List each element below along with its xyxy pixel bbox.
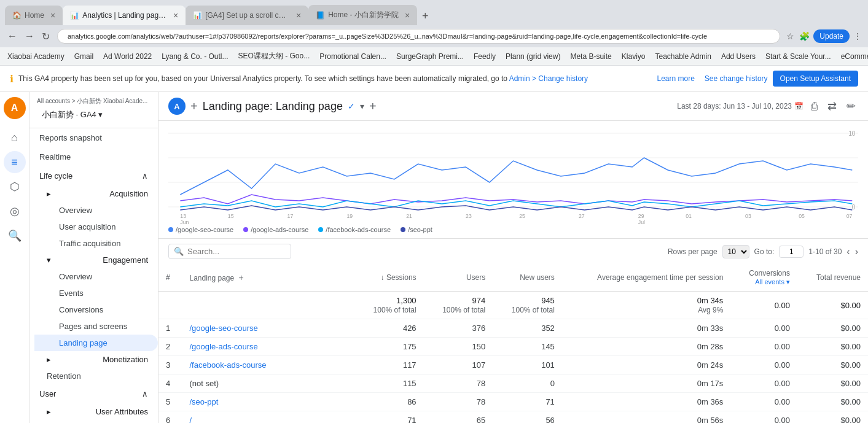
learn-more-link[interactable]: Learn more [657,74,694,83]
address-input[interactable] [57,29,780,44]
account-selector[interactable]: 小白新势 · GA4 ▾ [37,107,151,123]
sidebar-lifecycle-header[interactable]: Life cycle ∧ [29,166,158,185]
see-change-history-link[interactable]: See change history [705,74,768,83]
page-link-5[interactable]: /seo-ppt [189,397,218,406]
svg-text:03: 03 [745,213,751,219]
reload-button[interactable]: ↻ [39,29,52,44]
sidebar-conversions[interactable]: Conversions [34,301,158,318]
page-text-4: (not set) [189,379,219,388]
legend-google-seo: /google-seo-course [168,226,233,233]
add-column-button[interactable]: + [237,273,246,282]
bookmark-surgegraph[interactable]: SurgeGraph Premi... [394,51,466,62]
nav-icon-explore[interactable]: ⬡ [4,176,26,198]
bookmark-teachable[interactable]: Teachable Admin [652,51,713,62]
page-link-3[interactable]: /facebook-ads-course [189,360,266,370]
forward-button[interactable]: → [22,29,37,44]
row-users-1: 376 [424,319,493,338]
bookmark-start-scale[interactable]: Start & Scale Your... [763,51,834,62]
bookmark-add-users[interactable]: Add Users [719,51,758,62]
bookmark-xiaobai-academy[interactable]: Xiaobai Academy [5,51,67,62]
tab-analytics[interactable]: 📊 Analytics | Landing page: Landi... × [63,6,186,25]
sidebar-traffic-acquisition[interactable]: Traffic acquisition [34,235,158,252]
bookmark-feedly[interactable]: Feedly [471,51,498,62]
tab-ga4[interactable]: 📊 [GA4] Set up a scroll convers... × [186,6,308,25]
nav-icon-reports[interactable]: ≡ [4,151,26,173]
tab-close-analytics[interactable]: × [173,10,178,20]
date-range-selector[interactable]: Last 28 days: Jun 13 - Jul 10, 2023 📅 [677,102,803,111]
sidebar-tech[interactable]: ▸ Tech [34,420,158,423]
col-header-revenue[interactable]: Total revenue [797,264,868,292]
sidebar-realtime[interactable]: Realtime [29,147,158,166]
bookmark-promo[interactable]: Promotional Calen... [317,51,389,62]
bookmark-lyang[interactable]: Lyang & Co. - Outl... [159,51,230,62]
bookmark-seo[interactable]: SEO课程大纲 - Goo... [236,50,313,63]
table-row: 3 /facebook-ads-course 117 107 101 0m 24… [158,356,868,374]
bookmark-plann[interactable]: Plann (grid view) [503,51,563,62]
notification-link[interactable]: Admin > Change history [509,74,588,83]
report-settings-button[interactable]: ▾ [360,101,364,111]
tab-close-xiaobai[interactable]: × [405,10,410,20]
table-row: 6 / 71 65 56 0m 56s 0.00 $0.00 [158,411,868,424]
extensions-icon[interactable]: 🧩 [798,30,811,42]
rows-per-page-select[interactable]: 10 25 50 [722,245,749,258]
sidebar-landing-page[interactable]: Landing page [34,335,158,351]
sidebar-engagement-overview[interactable]: Overview [34,268,158,285]
row-sessions-3: 117 [354,356,424,374]
new-tab-button[interactable]: + [417,7,434,25]
sidebar-engagement-header[interactable]: ▾ Engagement [34,252,158,268]
row-page-3: /facebook-ads-course [182,356,354,374]
col-header-users[interactable]: Users [424,264,493,292]
star-icon[interactable]: ☆ [785,30,796,42]
nav-icon-advertising[interactable]: ◎ [4,200,26,222]
sidebar-acquisition-header[interactable]: ▸ Acquisition [34,185,158,202]
tab-close-home[interactable]: × [50,10,55,20]
sidebar-monetization-header[interactable]: ▸ Monetization [34,351,158,368]
bookmark-gmail[interactable]: Gmail [72,51,96,62]
tab-close-ga4[interactable]: × [296,10,301,20]
all-events-filter[interactable]: All events ▾ [755,278,790,285]
legend-dot-google-ads [243,227,248,232]
nav-icon-insights[interactable]: 🔍 [4,225,26,247]
add-metric-button[interactable]: + [369,99,377,114]
tab-home[interactable]: 🏠 Home × [5,6,63,25]
sidebar-user-attributes[interactable]: ▸ User Attributes [34,403,158,420]
sidebar-user-acquisition[interactable]: User acquisition [34,219,158,235]
next-page-button[interactable]: › [855,246,858,257]
goto-input[interactable] [779,246,803,258]
sidebar-retention[interactable]: Retention [29,368,158,384]
compare-button[interactable]: ⇄ [825,97,839,115]
share-button[interactable]: ⎙ [808,98,820,115]
nav-icon-home[interactable]: ⌂ [4,126,26,149]
col-header-avg-engagement[interactable]: Average engagement time per session [562,264,731,292]
bookmark-klaviyo[interactable]: Klaviyo [619,51,648,62]
col-header-new-users[interactable]: New users [493,264,562,292]
tab-title-xiaobai: Home - 小白新势学院 [328,10,399,20]
back-button[interactable]: ← [5,29,20,44]
sidebar-user-header[interactable]: User ∧ [29,384,158,403]
edit-button[interactable]: ✏ [844,97,858,115]
prev-page-button[interactable]: ‹ [846,246,850,257]
tab-xiaobai[interactable]: 📘 Home - 小白新势学院 × [308,5,417,25]
search-input[interactable] [187,247,286,256]
bookmark-ecommerce[interactable]: eCommerce Clas... [839,51,868,62]
sidebar-events[interactable]: Events [34,285,158,301]
col-header-conversions[interactable]: Conversions All events ▾ [730,264,797,292]
bookmark-meta[interactable]: Meta B-suite [568,51,614,62]
menu-icon[interactable]: ⋮ [852,30,863,42]
sidebar-reports-snapshot[interactable]: Reports snapshot [29,128,158,147]
page-link-6[interactable]: / [189,416,192,423]
col-header-sessions[interactable]: ↓ Sessions [354,264,424,292]
page-link-1[interactable]: /google-seo-course [189,324,257,333]
page-link-2[interactable]: /google-ads-course [189,342,257,351]
open-setup-assistant-button[interactable]: Open Setup Assistant [773,71,858,87]
sidebar-overview[interactable]: Overview [34,202,158,219]
svg-text:21: 21 [406,213,412,219]
legend-label-seo-ppt: /seo-ppt [408,226,432,233]
totals-row: 1,300 100% of total 974 100% of total 94… [158,292,868,319]
bookmark-ad-world[interactable]: Ad World 2022 [101,51,154,62]
main-content: A + Landing page: Landing page ✓ ▾ + Las… [158,92,868,423]
update-button[interactable]: Update [813,29,850,43]
col-header-landing-page[interactable]: Landing page + [182,264,354,292]
add-comparison-button[interactable]: + [190,99,198,114]
sidebar-pages-screens[interactable]: Pages and screens [34,318,158,335]
